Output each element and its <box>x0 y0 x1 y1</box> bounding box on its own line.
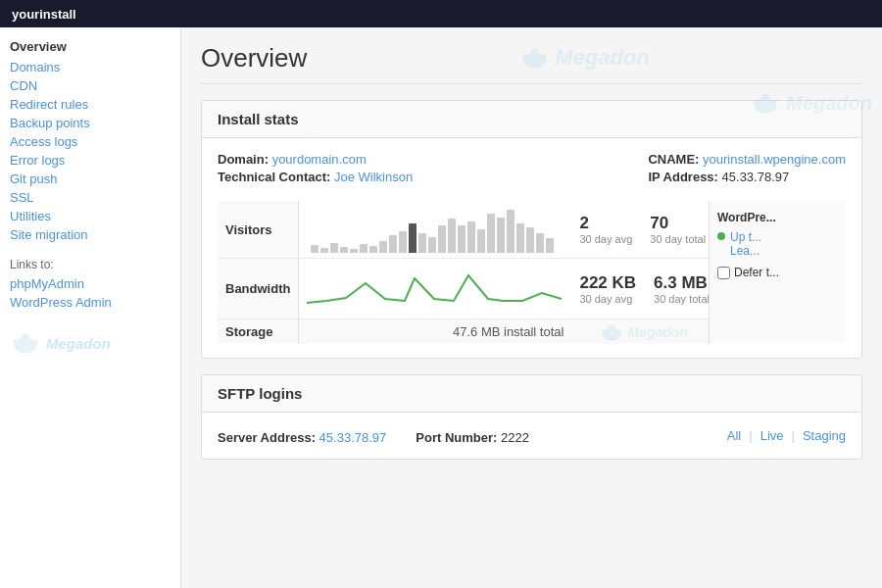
cname-value: yourinstall.wpengine.com <box>703 152 846 167</box>
bar <box>428 237 436 253</box>
sidebar-nav-list: DomainsCDNRedirect rulesBackup pointsAcc… <box>10 58 171 244</box>
sftp-port: Port Number: 2222 <box>416 430 529 445</box>
storage-value: 47.6 MB install total <box>453 324 564 339</box>
sidebar-item-redirect-rules[interactable]: Redirect rules <box>10 95 171 114</box>
install-stats-body: Domain: yourdomain.com Technical Contact… <box>202 138 861 358</box>
sftp-logins-body: Server Address: 45.33.78.97 Port Number:… <box>202 413 861 459</box>
sftp-server-value: 45.33.78.97 <box>319 430 387 445</box>
bandwidth-chart <box>299 259 570 319</box>
stats-main-col: Visitors <box>218 201 704 344</box>
domain-info: Domain: yourdomain.com <box>218 152 413 167</box>
top-bar: yourinstall <box>0 0 882 27</box>
sftp-logins-header: SFTP logins <box>202 375 861 413</box>
bar <box>507 210 514 253</box>
svg-point-7 <box>530 48 538 56</box>
bar <box>467 221 475 253</box>
bandwidth-avg-value: 222 KB <box>579 273 636 293</box>
top-right-watermark: Megadon <box>750 91 872 115</box>
ip-info: IP Address: 45.33.78.97 <box>648 170 846 184</box>
bar <box>409 223 416 253</box>
bar <box>418 233 426 253</box>
bar <box>360 244 368 253</box>
sftp-filter-sep1: | <box>749 428 752 443</box>
visitors-bar-chart <box>307 206 562 253</box>
svg-point-17 <box>608 324 614 331</box>
sftp-filter-all[interactable]: All <box>727 428 741 443</box>
sidebar-watermark: Megadon <box>10 331 171 355</box>
stats-info-right: CNAME: yourinstall.wpengine.com IP Addre… <box>648 152 846 187</box>
visitors-chart <box>299 201 570 259</box>
visitors-stat-pair: 2 30 day avg 70 30 day total <box>579 214 710 245</box>
bar <box>487 214 495 253</box>
bar <box>448 219 456 253</box>
cname-info: CNAME: yourinstall.wpengine.com <box>648 152 846 167</box>
sidebar-item-ssl[interactable]: SSL <box>10 188 171 207</box>
visitors-total: 70 30 day total <box>650 214 706 245</box>
sidebar-link-wp-admin[interactable]: WordPress Admin <box>10 293 171 312</box>
bandwidth-row: Bandwidth <box>218 259 717 319</box>
bar <box>389 235 397 253</box>
bar <box>379 241 387 253</box>
sidebar-nav-heading: Overview <box>10 39 171 54</box>
sftp-filter-staging[interactable]: Staging <box>803 428 846 443</box>
sidebar: Overview DomainsCDNRedirect rulesBackup … <box>0 27 181 588</box>
sidebar-watermark-text: Megadon <box>46 335 111 352</box>
sidebar-item-cdn[interactable]: CDN <box>10 76 171 95</box>
contact-value[interactable]: Joe Wilkinson <box>334 170 413 184</box>
main-content: Megadon Megadon Overview Install stats <box>181 27 882 588</box>
wordpress-panel: WordPre... Up t... Lea... Defer t... <box>709 201 846 344</box>
bar <box>458 225 466 253</box>
sftp-info: Server Address: 45.33.78.97 Port Number:… <box>218 426 529 445</box>
bar <box>526 227 534 253</box>
storage-row: Storage 47.6 MB install total <box>218 319 717 345</box>
sidebar-item-access-logs[interactable]: Access logs <box>10 132 171 151</box>
sidebar-item-utilities[interactable]: Utilities <box>10 207 171 225</box>
wp-status-dot <box>717 232 725 240</box>
svg-point-2 <box>22 333 29 341</box>
sidebar-item-backup-points[interactable]: Backup points <box>10 114 171 132</box>
sidebar-link-phpmyadmin[interactable]: phpMyAdmin <box>10 274 171 293</box>
sidebar-item-git-push[interactable]: Git push <box>10 170 171 188</box>
bar <box>546 238 554 253</box>
sftp-info-row: Server Address: 45.33.78.97 Port Number:… <box>218 426 846 445</box>
visitors-stat: 2 30 day avg 70 30 day total <box>569 201 717 259</box>
wp-defer-checkbox[interactable] <box>717 267 730 279</box>
sidebar-links-list: phpMyAdminWordPress Admin <box>10 274 171 312</box>
sidebar-item-domains[interactable]: Domains <box>10 58 171 76</box>
stats-table-wrapper: Visitors <box>218 201 846 344</box>
visitors-total-value: 70 <box>650 214 706 233</box>
bar <box>369 246 377 253</box>
stats-table: Visitors <box>218 201 717 344</box>
sftp-port-value: 2222 <box>501 430 529 445</box>
bar <box>516 223 524 253</box>
bandwidth-line-chart <box>307 264 562 311</box>
wp-defer: Defer t... <box>717 266 838 279</box>
bar <box>399 231 407 253</box>
bar <box>350 249 358 253</box>
bandwidth-total-label: 30 day total <box>654 293 710 305</box>
sidebar-item-site-migration[interactable]: Site migration <box>10 225 171 244</box>
ip-value: 45.33.78.97 <box>722 170 790 184</box>
visitors-avg-label: 30 day avg <box>579 233 632 245</box>
bandwidth-label: Bandwidth <box>218 259 299 319</box>
svg-point-12 <box>761 93 769 101</box>
bar <box>330 243 338 253</box>
bar <box>340 247 348 253</box>
sftp-filter-live[interactable]: Live <box>760 428 784 443</box>
sidebar-links-label: Links to: <box>10 258 171 271</box>
domain-value[interactable]: yourdomain.com <box>272 152 367 167</box>
wp-defer-label: Defer t... <box>734 266 779 279</box>
sftp-filter: All | Live | Staging <box>727 428 846 443</box>
brand-logo: yourinstall <box>12 7 76 22</box>
bandwidth-avg-label: 30 day avg <box>579 293 636 305</box>
contact-info: Technical Contact: Joe Wilkinson <box>218 170 413 184</box>
center-watermark: Megadon <box>518 45 650 71</box>
bar <box>477 229 485 253</box>
sftp-filter-sep2: | <box>792 428 795 443</box>
bar <box>497 218 505 253</box>
bandwidth-total: 6.3 MB 30 day total <box>654 273 710 305</box>
sftp-logins-card: SFTP logins Server Address: 45.33.78.97 … <box>201 374 862 460</box>
sidebar-item-error-logs[interactable]: Error logs <box>10 151 171 170</box>
center-watermark-text: Megadon <box>555 45 650 71</box>
visitors-total-label: 30 day total <box>650 233 706 245</box>
